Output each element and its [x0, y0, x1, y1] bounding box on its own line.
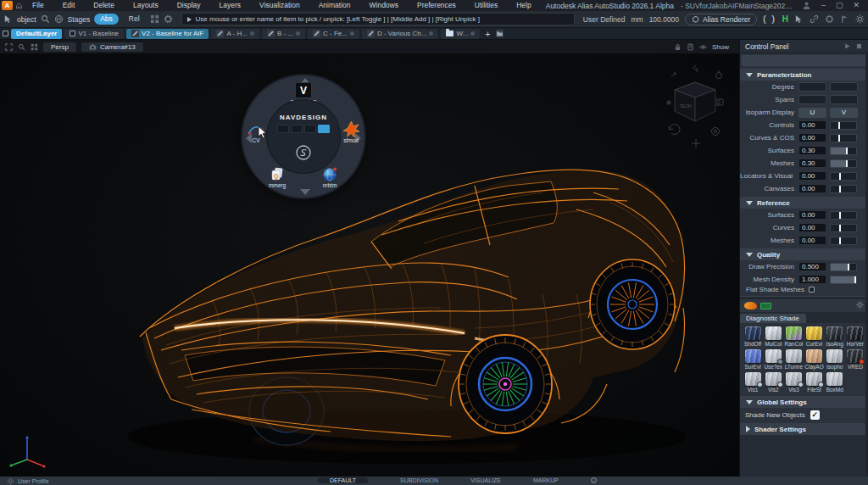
value-field[interactable]: 0.00: [798, 210, 826, 220]
expand-view-icon[interactable]: [5, 43, 13, 51]
control-panel-header[interactable]: Control Panel: [740, 40, 868, 53]
car-wireframe-scene[interactable]: [0, 40, 739, 477]
shade-swatch-shdoff[interactable]: ShdOff: [743, 326, 763, 347]
new-layer-folder-button[interactable]: [496, 30, 504, 37]
user-avatar-icon[interactable]: [802, 1, 811, 10]
show-menu[interactable]: Show: [712, 43, 729, 51]
slider[interactable]: [830, 134, 857, 142]
value-field[interactable]: 0.00: [798, 133, 826, 142]
pick-locator-icon[interactable]: [794, 14, 804, 24]
diagnostic-shade-tab[interactable]: Diagnostic Shade: [740, 312, 868, 323]
slider[interactable]: [830, 263, 857, 271]
menu-utilities[interactable]: Utilities: [465, 0, 507, 11]
abs-toggle[interactable]: Abs: [94, 14, 119, 25]
menu-layouts[interactable]: Layouts: [124, 0, 168, 11]
value-field[interactable]: 0.00: [798, 223, 826, 232]
home-icon[interactable]: [15, 2, 23, 9]
stages-label[interactable]: Stages: [68, 15, 90, 24]
value-field[interactable]: 0.00: [798, 184, 826, 193]
section-quality[interactable]: Quality: [740, 248, 868, 260]
slider[interactable]: [830, 159, 857, 168]
slider[interactable]: [830, 121, 857, 130]
section-reference[interactable]: Reference: [740, 197, 868, 209]
value-field[interactable]: 0.30: [798, 146, 826, 155]
close-button[interactable]: ✕: [853, 0, 860, 11]
lock-icon[interactable]: [674, 43, 682, 51]
marking-item-cv[interactable]: CV: [235, 121, 277, 143]
slider[interactable]: [830, 237, 857, 245]
layer-dot-icon[interactable]: [429, 31, 433, 36]
layer-dot-icon[interactable]: [250, 31, 254, 36]
menu-file[interactable]: File: [23, 0, 53, 11]
spans-u-field[interactable]: [798, 95, 826, 104]
maximize-button[interactable]: ▢: [836, 0, 843, 11]
menu-preferences[interactable]: Preferences: [408, 0, 465, 11]
slider[interactable]: [830, 172, 857, 181]
workspace-tab-markup[interactable]: MARKUP: [533, 477, 559, 483]
viewport-tab-camera[interactable]: Camera#13: [81, 42, 143, 52]
section-shader-settings[interactable]: Shader Settings: [740, 423, 868, 435]
slider[interactable]: [830, 211, 857, 220]
marking-menu[interactable]: V navDesign NAVDESIGN CV: [242, 75, 364, 198]
options-gear-icon[interactable]: [855, 14, 865, 24]
shade-swatch-vred[interactable]: VRED: [845, 349, 865, 370]
shade-swatch-mulcol[interactable]: MulCol: [763, 326, 783, 347]
snap-glyph-icon[interactable]: [294, 143, 313, 165]
layer-tab-a[interactable]: A - H...: [211, 29, 259, 39]
add-layer-button[interactable]: +: [482, 29, 492, 39]
shade-swatch-filest[interactable]: FileSt: [804, 372, 824, 393]
history-segments[interactable]: [277, 125, 330, 133]
menu-visualization[interactable]: Visualization: [250, 0, 309, 11]
layer-dot-icon[interactable]: [350, 31, 354, 36]
shade-swatch-curevl[interactable]: CurEvl: [804, 326, 824, 347]
search-icon[interactable]: [41, 14, 50, 24]
shade-new-objects-checkbox[interactable]: ✓: [810, 410, 820, 420]
viewcube-cube[interactable]: TECH: [675, 82, 715, 121]
info-icon[interactable]: i: [591, 477, 597, 483]
perspective-viewport[interactable]: Persp Camera#13 Show: [0, 40, 739, 477]
layer-tab-d[interactable]: D - Various Ch...: [362, 29, 439, 39]
arrow-down-icon[interactable]: [300, 189, 310, 195]
snap-link-icon[interactable]: [810, 14, 819, 24]
brackets-icon[interactable]: ( ): [763, 14, 776, 24]
layer-tab-b[interactable]: B - ...: [262, 29, 305, 39]
menu-animation[interactable]: Animation: [309, 0, 360, 11]
shader-shelf-icon[interactable]: [744, 302, 757, 309]
isoparm-v-button[interactable]: V: [830, 108, 858, 118]
slider[interactable]: [830, 147, 857, 155]
hotkeys-badge[interactable]: H: [782, 14, 788, 24]
shade-swatch-ltunne[interactable]: LTunne: [783, 349, 804, 370]
layer-dot-icon[interactable]: [470, 31, 475, 36]
menu-layers[interactable]: Layers: [210, 0, 251, 11]
value-field[interactable]: 0.00: [798, 171, 826, 181]
snap-chip-icon[interactable]: [825, 14, 834, 24]
workspace-tab-default[interactable]: DEFAULT: [318, 477, 368, 483]
shade-swatch-vis1[interactable]: Vis1: [743, 372, 763, 393]
workspace-tab-visualize[interactable]: VISUALIZE: [470, 477, 501, 483]
menu-edit[interactable]: Edit: [53, 0, 85, 11]
viewport-tab-persp[interactable]: Persp: [43, 42, 76, 52]
value-field[interactable]: 0.30: [798, 159, 826, 168]
degree-v-field[interactable]: [830, 82, 858, 92]
section-parameterization[interactable]: Parameterization: [740, 69, 868, 81]
shade-settings-gear-icon[interactable]: [856, 301, 864, 309]
slider[interactable]: [830, 224, 857, 232]
grid-snap-icon[interactable]: [150, 14, 159, 24]
slider[interactable]: [830, 276, 857, 284]
units-mm[interactable]: mm: [631, 15, 643, 24]
renderer-selector[interactable]: Alias Renderer: [685, 14, 757, 25]
marking-item-sfmod[interactable]: sfmod: [330, 121, 372, 143]
shade-swatch-isoang[interactable]: IsoAng: [825, 326, 845, 347]
layer-dot-icon[interactable]: [296, 31, 300, 36]
viewport-grid-icon[interactable]: [31, 43, 38, 51]
marking-item-nrbtm[interactable]: nrbtm: [309, 166, 351, 188]
shade-swatch-clayao[interactable]: ClayAO: [804, 349, 824, 370]
rel-toggle[interactable]: Rel: [123, 14, 146, 25]
prompt-line[interactable]: Use mouse or enter name of item to pick …: [181, 13, 575, 25]
value-field[interactable]: 1.000: [798, 275, 826, 284]
layer-tab-default[interactable]: DefaultLayer: [11, 29, 62, 39]
value-field[interactable]: 0.500: [798, 262, 826, 271]
flat-shade-checkbox[interactable]: [809, 287, 815, 293]
page-icon[interactable]: [687, 43, 694, 51]
degree-u-field[interactable]: [798, 82, 826, 92]
